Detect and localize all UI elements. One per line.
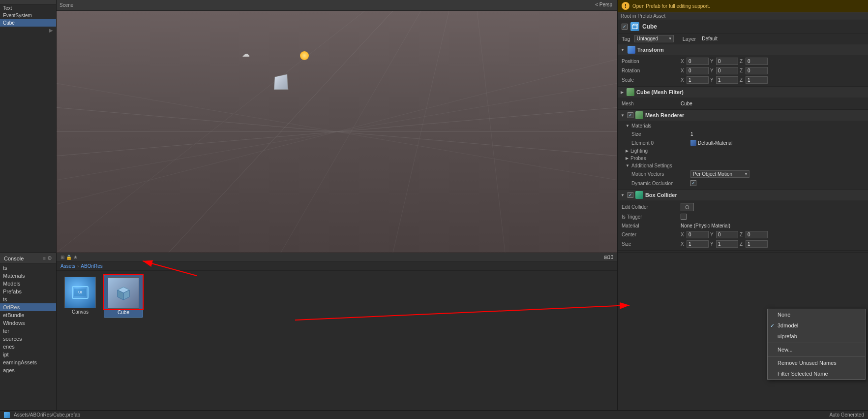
status-right: Auto Generated — [829, 412, 864, 418]
center-row: Center X Y Z — [622, 230, 864, 239]
is-trigger-row: Is Trigger — [622, 212, 864, 221]
dynamic-occlusion-row: Dynamic Occlusion ✓ — [622, 179, 864, 188]
hierarchy-item-eventsystem[interactable]: EventSystem — [0, 12, 56, 19]
svg-rect-11 — [632, 25, 637, 29]
path-assets[interactable]: Assets — [60, 263, 75, 269]
transform-component: ▼ Transform Position X Y Z Rotation X — [618, 44, 868, 87]
assets-toolbar-icons: ⊞ 🔒 ★ — [60, 255, 78, 260]
mesh-renderer-checkbox[interactable]: ✓ — [628, 112, 633, 118]
center-y-input[interactable] — [716, 231, 738, 238]
asset-thumb-cube — [108, 277, 139, 309]
sidebar-item-streamingassets[interactable]: eamingAssets — [0, 358, 56, 366]
obj-header: ✓ Cube — [618, 20, 868, 33]
console-icon2: ⚙ — [47, 255, 52, 261]
dynamic-occlusion-checkbox[interactable]: ✓ — [690, 180, 696, 186]
assets-toolbar: ⊞ 🔒 ★ ⊞10 — [57, 253, 617, 262]
is-trigger-checkbox[interactable] — [681, 214, 687, 220]
obj-name: Cube — [642, 23, 657, 30]
status-file-path: Assets/ABOriRes/Cube.prefab — [14, 412, 80, 418]
motion-vectors-dropdown[interactable]: Per Object Motion ▼ — [690, 170, 749, 178]
console-tab[interactable]: Console ≡ ⚙ — [0, 253, 56, 264]
edit-collider-row: Edit Collider ⬡ — [622, 202, 864, 212]
scale-x-input[interactable] — [687, 76, 709, 84]
svg-text:UI: UI — [78, 290, 82, 294]
hierarchy-arrow-item: ▶ — [0, 27, 56, 34]
sidebar-item-etbundle[interactable]: etBundle — [0, 311, 56, 319]
sidebar-item-materials[interactable]: Materials — [0, 272, 56, 280]
transform-header[interactable]: ▼ Transform — [618, 44, 868, 55]
prefab-section-header: Root in Prefab Asset — [618, 12, 868, 20]
inspector-panel: ! Open Prefab for full editing support. … — [617, 0, 868, 253]
scene-cube — [273, 75, 293, 95]
sidebar-item-ts2[interactable]: ts — [0, 295, 56, 303]
rot-x-input[interactable] — [687, 67, 709, 74]
auto-generated-label: Auto Generated — [829, 412, 864, 418]
center-x-input[interactable] — [687, 231, 709, 238]
tag-dropdown[interactable]: Untagged ▼ — [634, 35, 674, 42]
additional-settings-section[interactable]: ▼ Additional Settings — [622, 162, 864, 169]
sidebar-item-prefabs[interactable]: Prefabs — [0, 288, 56, 295]
pos-y-input[interactable] — [716, 58, 738, 65]
lighting-section[interactable]: ▶ Lighting — [622, 147, 864, 155]
viewport-toolbar: Scene — [57, 0, 617, 11]
sidebar-item-ages[interactable]: ages — [0, 366, 56, 374]
asset-cube-label: Cube — [118, 310, 129, 315]
coll-size-z-input[interactable] — [746, 240, 768, 248]
pos-x-input[interactable] — [687, 58, 709, 65]
sidebar-item-ts[interactable]: ts — [0, 264, 56, 272]
path-abonires[interactable]: ABOriRes — [81, 263, 102, 269]
mesh-filter-body: Mesh Cube — [618, 97, 868, 109]
center-z-input[interactable] — [746, 231, 768, 238]
warning-icon: ! — [622, 2, 629, 10]
mesh-renderer-body: ▼ Materials Size 1 Element 0 Default-Mat… — [618, 121, 868, 189]
coll-size-y-input[interactable] — [716, 240, 738, 248]
box-collider-checkbox[interactable]: ✓ — [628, 192, 633, 198]
box-collider-component: ▼ ✓ Box Collider Edit Collider ⬡ Is Trig… — [618, 190, 868, 251]
hierarchy-item-cube[interactable]: Cube — [0, 19, 56, 27]
material-row: Material None (Physic Material) — [622, 221, 864, 230]
console-tab-icons: ≡ ⚙ — [43, 255, 52, 261]
hierarchy-item-text[interactable]: Text — [0, 4, 56, 12]
size-collider-row: Size X Y Z — [622, 239, 864, 249]
obj-checkbox[interactable]: ✓ — [622, 24, 628, 30]
coll-size-x-input[interactable] — [687, 240, 709, 248]
sidebar-item-enes[interactable]: enes — [0, 343, 56, 351]
mesh-filter-icon — [627, 88, 634, 96]
edit-collider-button[interactable]: ⬡ — [681, 203, 694, 211]
box-collider-header[interactable]: ▼ ✓ Box Collider — [618, 190, 868, 200]
tag-layer-row: Tag Untagged ▼ Layer Default — [618, 33, 868, 44]
scale-z-input[interactable] — [746, 76, 768, 84]
scale-y-input[interactable] — [716, 76, 738, 84]
sidebar-item-ter[interactable]: ter — [0, 327, 56, 335]
mesh-renderer-header[interactable]: ▼ ✓ Mesh Renderer — [618, 110, 868, 121]
rot-y-input[interactable] — [716, 67, 738, 74]
rot-z-input[interactable] — [746, 67, 768, 74]
hierarchy-tab[interactable] — [0, 0, 57, 4]
cloud-icon: ☁ — [242, 49, 250, 59]
sun-icon — [300, 51, 309, 60]
obj-icon-cube — [630, 22, 639, 31]
bottom-left-panel: Console ≡ ⚙ ts Materials Models Prefabs … — [0, 253, 57, 410]
probes-section[interactable]: ▶ Probes — [622, 155, 864, 162]
console-icon1: ≡ — [43, 255, 46, 261]
transform-icon — [628, 46, 635, 54]
assets-path: Assets › ABOriRes — [57, 262, 617, 271]
size-row: Size 1 — [622, 129, 864, 138]
sidebar-item-windows[interactable]: Windows — [0, 319, 56, 327]
transform-body: Position X Y Z Rotation X Y Z — [618, 55, 868, 86]
sidebar-item-sources[interactable]: sources — [0, 335, 56, 343]
sidebar-item-models[interactable]: Models — [0, 280, 56, 288]
sidebar-item-ipt[interactable]: ipt — [0, 351, 56, 358]
mesh-renderer-icon — [635, 111, 643, 119]
assets-count: ⊞10 — [604, 255, 613, 260]
mesh-filter-header[interactable]: ▶ Cube (Mesh Filter) — [618, 87, 868, 97]
asset-thumb-canvas: UI — [64, 277, 96, 308]
pos-z-input[interactable] — [746, 58, 768, 65]
sidebar-item-orires[interactable]: OriRes — [0, 303, 56, 311]
asset-item-canvas[interactable]: UI Canvas — [60, 275, 100, 318]
bottom-area: Console ≡ ⚙ ts Materials Models Prefabs … — [0, 253, 868, 410]
asset-item-cube[interactable]: Cube — [104, 275, 143, 318]
mesh-filter-component: ▶ Cube (Mesh Filter) Mesh Cube — [618, 87, 868, 110]
status-bar: Assets/ABOriRes/Cube.prefab Auto Generat… — [0, 410, 868, 419]
viewport-toolbar-label: Scene — [60, 2, 73, 8]
